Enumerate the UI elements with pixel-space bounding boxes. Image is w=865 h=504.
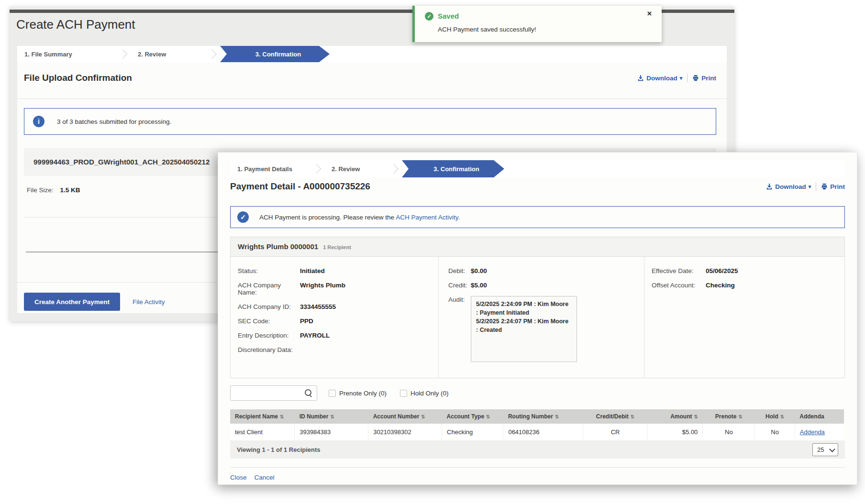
toast-notification: ✓ Saved ACH Payment saved successfully! … xyxy=(412,6,662,42)
field-audit: Audit: 5/2/2025 2:24:09 PM : Kim Moore :… xyxy=(448,296,644,362)
sort-icon: ⇅ xyxy=(280,414,284,419)
viewing-count: Viewing 1 - 1 of 1 Recipients xyxy=(237,446,321,453)
toast-title: Saved xyxy=(438,12,459,20)
ach-payment-activity-link[interactable]: ACH Payment Activity. xyxy=(396,214,460,221)
recipients-table: Recipient Name⇅ ID Number⇅ Account Numbe… xyxy=(230,409,844,441)
prenote-only-checkbox[interactable]: Prenote Only (0) xyxy=(329,390,387,397)
wizard-steps: 1. File Summary 2. Review 3. Confirmatio… xyxy=(17,46,727,62)
file-size-row: File Size:1.5 KB xyxy=(27,186,80,194)
batch-fields-right: Effective Date:05/06/2025 Offset Account… xyxy=(644,257,844,378)
sort-icon: ⇅ xyxy=(486,414,490,419)
field-status: Status:Initiated xyxy=(238,267,438,274)
processing-banner: ✓ ACH Payment is processing. Please revi… xyxy=(230,206,845,228)
field-sec-code: SEC Code:PPD xyxy=(238,318,438,325)
info-banner: i 3 of 3 batches submitted for processin… xyxy=(24,108,716,135)
divider xyxy=(230,467,845,468)
col-prenote[interactable]: Prenote⇅ xyxy=(703,409,755,424)
table-row: test Client 393984383 30210398302 Checki… xyxy=(230,424,844,441)
processing-message: ACH Payment is processing. Please review… xyxy=(259,214,460,221)
col-credit-debit[interactable]: Credit/Debit⇅ xyxy=(583,409,648,424)
step-review[interactable]: 2. Review xyxy=(324,160,391,177)
wizard-steps: 1. Payment Details 2. Review 3. Confirma… xyxy=(230,160,845,177)
step-confirmation-active[interactable]: 3. Confirmation xyxy=(220,46,330,62)
audit-entry: 5/2/2025 2:24:07 PM : Kim Moore : Create… xyxy=(476,317,572,334)
step-file-summary[interactable]: 1. File Summary xyxy=(17,46,120,62)
col-hold[interactable]: Hold⇅ xyxy=(755,409,795,424)
toast-message: ACH Payment saved successfully! xyxy=(438,26,536,33)
step-payment-details[interactable]: 1. Payment Details xyxy=(230,160,314,177)
step-review[interactable]: 2. Review xyxy=(131,46,210,62)
table-header-row: Recipient Name⇅ ID Number⇅ Account Numbe… xyxy=(230,409,844,424)
audit-entry: 5/2/2025 2:24:09 PM : Kim Moore : Paymen… xyxy=(476,300,572,317)
print-icon xyxy=(821,183,828,190)
col-account-number[interactable]: Account Number⇅ xyxy=(368,409,442,424)
audit-log-box[interactable]: 5/2/2025 2:24:09 PM : Kim Moore : Paymen… xyxy=(471,296,577,362)
check-icon: ✓ xyxy=(237,211,249,223)
cell-id-number: 393984383 xyxy=(295,424,368,441)
caret-down-icon: ▾ xyxy=(680,76,683,81)
cell-credit-debit: CR xyxy=(583,424,648,441)
download-icon xyxy=(766,183,773,190)
batch-fields-left: Status:Initiated ACH Company Name:Wright… xyxy=(231,257,439,378)
col-addenda: Addenda xyxy=(795,409,844,424)
recipient-search-input[interactable] xyxy=(230,385,317,401)
cell-hold: No xyxy=(755,424,795,441)
field-discretionary-data: Discretionary Data: xyxy=(238,346,438,353)
cell-amount: $5.00 xyxy=(647,424,702,441)
field-ach-company-name: ACH Company Name:Wrights Plumb xyxy=(238,282,438,296)
download-button[interactable]: Download ▾ xyxy=(766,183,811,190)
print-button[interactable]: Print xyxy=(821,183,845,190)
batch-fields-middle: Debit:$0.00 Credit:$5.00 Audit: 5/2/2025… xyxy=(439,257,644,378)
recipient-count: 1 Recipient xyxy=(323,244,351,250)
hold-only-checkbox-input[interactable] xyxy=(400,390,407,397)
sort-icon: ⇅ xyxy=(739,414,743,419)
col-amount[interactable]: Amount⇅ xyxy=(647,409,702,424)
sort-icon: ⇅ xyxy=(631,414,634,419)
file-activity-link[interactable]: File Activity xyxy=(133,298,165,306)
col-routing-number[interactable]: Routing Number⇅ xyxy=(503,409,583,424)
close-icon[interactable]: ✕ xyxy=(644,10,655,18)
download-button[interactable]: Download ▾ xyxy=(637,75,682,82)
page-title: Create ACH Payment xyxy=(16,17,135,32)
close-link[interactable]: Close xyxy=(230,474,247,481)
sort-icon: ⇅ xyxy=(694,414,698,419)
payment-detail-title: Payment Detail - A000000735226 xyxy=(230,181,370,192)
table-footer: Viewing 1 - 1 of 1 Recipients 25 xyxy=(230,440,845,459)
prenote-only-checkbox-input[interactable] xyxy=(329,390,336,397)
field-credit: Credit:$5.00 xyxy=(448,282,644,289)
field-offset-account: Offset Account:Checking xyxy=(652,282,844,289)
sort-icon: ⇅ xyxy=(780,414,784,419)
hold-only-checkbox[interactable]: Hold Only (0) xyxy=(400,390,449,397)
col-recipient-name[interactable]: Recipient Name⇅ xyxy=(230,409,295,424)
cancel-link[interactable]: Cancel xyxy=(255,474,275,481)
divider xyxy=(687,74,688,82)
screen: Create ACH Payment 1. File Summary 2. Re… xyxy=(0,0,865,504)
step-confirmation-active[interactable]: 3. Confirmation xyxy=(402,160,504,177)
create-another-payment-button[interactable]: Create Another Payment xyxy=(24,293,120,311)
col-id-number[interactable]: ID Number⇅ xyxy=(295,409,368,424)
payment-detail-window: 1. Payment Details 2. Review 3. Confirma… xyxy=(218,152,857,485)
search-icon xyxy=(305,389,311,396)
addenda-link[interactable]: Addenda xyxy=(800,428,825,436)
batch-panel-header: Wrights Plumb 0000001 1 Recipient xyxy=(231,237,844,257)
page-size-select[interactable]: 25 xyxy=(812,443,838,456)
field-debit: Debit:$0.00 xyxy=(448,267,644,274)
sort-icon: ⇅ xyxy=(421,414,425,419)
info-icon: i xyxy=(33,116,44,127)
col-account-type[interactable]: Account Type⇅ xyxy=(442,409,503,424)
sort-icon: ⇅ xyxy=(330,414,334,419)
section-title: File Upload Confirmation xyxy=(24,73,132,83)
batch-panel: Wrights Plumb 0000001 1 Recipient Status… xyxy=(230,237,845,378)
caret-down-icon: ▾ xyxy=(809,184,811,189)
file-size-value: 1.5 KB xyxy=(60,186,80,194)
hold-only-label: Hold Only (0) xyxy=(410,390,449,397)
cell-routing-number: 064108236 xyxy=(503,424,583,441)
print-button[interactable]: Print xyxy=(692,75,716,82)
file-size-label: File Size: xyxy=(27,186,54,194)
cell-account-type: Checking xyxy=(442,424,503,441)
info-message: 3 of 3 batches submitted for processing. xyxy=(57,118,171,125)
field-entry-description: Entry Description:PAYROLL xyxy=(238,332,438,339)
cell-prenote: No xyxy=(703,424,755,441)
download-icon xyxy=(637,75,644,81)
divider xyxy=(816,182,816,191)
